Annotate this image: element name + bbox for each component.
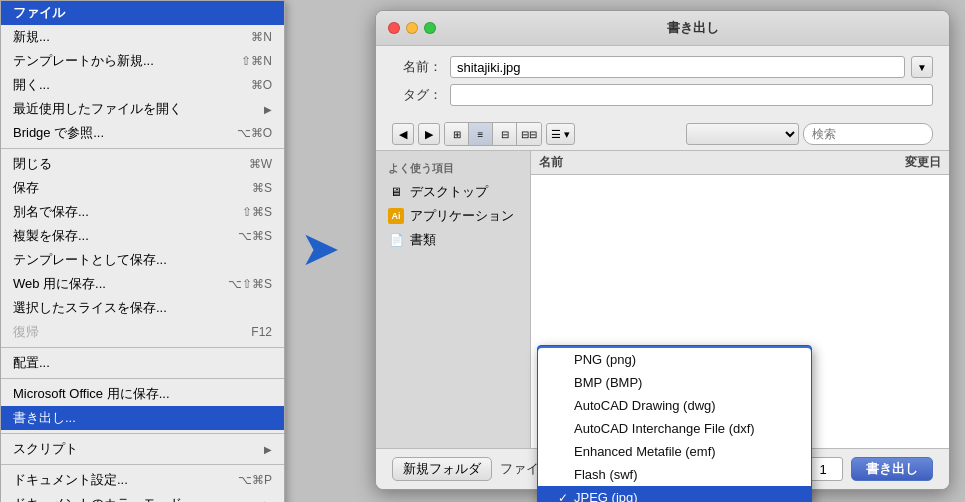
dd-item-dxf[interactable]: AutoCAD Interchange File (dxf)	[538, 417, 811, 440]
dialog-titlebar: 書き出し	[376, 11, 949, 46]
file-list-header: 名前 変更日	[531, 151, 949, 175]
filename-input[interactable]	[450, 56, 905, 78]
sidebar-item-label-applications: アプリケーション	[410, 207, 514, 225]
menu-item-place[interactable]: 配置...	[1, 351, 284, 375]
menu-item-recent[interactable]: 最近使用したファイルを開く ▶	[1, 97, 284, 121]
separator-2	[1, 347, 284, 348]
location-select[interactable]	[686, 123, 799, 145]
new-folder-button[interactable]: 新規フォルダ	[392, 457, 492, 481]
separator-1	[1, 148, 284, 149]
sidebar-item-label-desktop: デスクトップ	[410, 183, 488, 201]
action-menu-button[interactable]: ☰ ▾	[546, 123, 575, 145]
dialog-title: 書き出し	[448, 19, 937, 37]
format-dropdown: PNG (png) BMP (BMP) AutoCAD Drawing (dwg…	[537, 345, 812, 502]
col-name-header: 名前	[531, 151, 819, 174]
col-date-header: 変更日	[819, 151, 949, 174]
forward-button[interactable]: ▶	[418, 123, 440, 145]
sidebar-item-label-documents: 書類	[410, 231, 436, 249]
menu-item-save-as[interactable]: 別名で保存... ⇧⌘S	[1, 200, 284, 224]
close-button[interactable]	[388, 22, 400, 34]
menu-item-scripts[interactable]: スクリプト ▶	[1, 437, 284, 461]
view-cover-button[interactable]: ⊟⊟	[517, 123, 541, 145]
view-icon-button[interactable]: ⊞	[445, 123, 469, 145]
menu-item-new[interactable]: 新規... ⌘N	[1, 25, 284, 49]
tag-input[interactable]	[450, 84, 933, 106]
search-input[interactable]	[803, 123, 933, 145]
toolbar: ◀ ▶ ⊞ ≡ ⊟ ⊟⊟ ☰ ▾	[376, 118, 949, 151]
menu-item-open[interactable]: 開く... ⌘O	[1, 73, 284, 97]
export-button[interactable]: 書き出し	[851, 457, 933, 481]
menu-item-close[interactable]: 閉じる ⌘W	[1, 152, 284, 176]
menu-item-export[interactable]: 書き出し...	[1, 406, 284, 430]
back-button[interactable]: ◀	[392, 123, 414, 145]
view-column-button[interactable]: ⊟	[493, 123, 517, 145]
menu-item-save-web[interactable]: Web 用に保存... ⌥⇧⌘S	[1, 272, 284, 296]
menu-item-bridge[interactable]: Bridge で参照... ⌥⌘O	[1, 121, 284, 145]
dd-item-swf[interactable]: Flash (swf)	[538, 463, 811, 486]
filename-row: 名前： ▼	[392, 56, 933, 78]
menu-item-save-template[interactable]: テンプレートとして保存...	[1, 248, 284, 272]
menu-item-ms-office[interactable]: Microsoft Office 用に保存...	[1, 382, 284, 406]
view-toggle-group: ⊞ ≡ ⊟ ⊟⊟	[444, 122, 542, 146]
desktop-icon: 🖥	[388, 184, 404, 200]
sort-button[interactable]: ▼	[911, 56, 933, 78]
dd-item-bmp[interactable]: BMP (BMP)	[538, 371, 811, 394]
dd-item-dwg[interactable]: AutoCAD Drawing (dwg)	[538, 394, 811, 417]
menu-title: ファイル	[1, 1, 284, 25]
sidebar-item-applications[interactable]: Ai アプリケーション	[376, 204, 530, 228]
menu-item-color-mode[interactable]: ドキュメントのカラーモード ▶	[1, 492, 284, 502]
dd-item-emf[interactable]: Enhanced Metafile (emf)	[538, 440, 811, 463]
sidebar-item-documents[interactable]: 📄 書類	[376, 228, 530, 252]
menu-item-new-template[interactable]: テンプレートから新規... ⇧⌘N	[1, 49, 284, 73]
dd-item-jpg[interactable]: ✓JPEG (jpg)	[538, 486, 811, 502]
dd-item-png[interactable]: PNG (png)	[538, 348, 811, 371]
separator-3	[1, 378, 284, 379]
menu-item-doc-settings[interactable]: ドキュメント設定... ⌥⌘P	[1, 468, 284, 492]
dialog-form: 名前： ▼ タグ：	[376, 46, 949, 118]
documents-icon: 📄	[388, 232, 404, 248]
menu-item-save-copy[interactable]: 複製を保存... ⌥⌘S	[1, 224, 284, 248]
maximize-button[interactable]	[424, 22, 436, 34]
sidebar: よく使う項目 🖥 デスクトップ Ai アプリケーション 📄 書類	[376, 151, 531, 448]
separator-5	[1, 464, 284, 465]
separator-4	[1, 433, 284, 434]
file-menu: ファイル 新規... ⌘N テンプレートから新規... ⇧⌘N 開く... ⌘O…	[0, 0, 285, 502]
menu-item-save[interactable]: 保存 ⌘S	[1, 176, 284, 200]
menu-item-save-slices[interactable]: 選択したスライスを保存...	[1, 296, 284, 320]
menu-item-revert[interactable]: 復帰 F12	[1, 320, 284, 344]
window-controls	[388, 22, 436, 34]
view-list-button[interactable]: ≡	[469, 123, 493, 145]
applications-icon: Ai	[388, 208, 404, 224]
minimize-button[interactable]	[406, 22, 418, 34]
tag-label: タグ：	[392, 86, 442, 104]
tag-row: タグ：	[392, 84, 933, 106]
sidebar-section-label: よく使う項目	[376, 159, 530, 178]
sidebar-item-desktop[interactable]: 🖥 デスクトップ	[376, 180, 530, 204]
arrow-icon: ➤	[300, 220, 340, 276]
filename-label: 名前：	[392, 58, 442, 76]
